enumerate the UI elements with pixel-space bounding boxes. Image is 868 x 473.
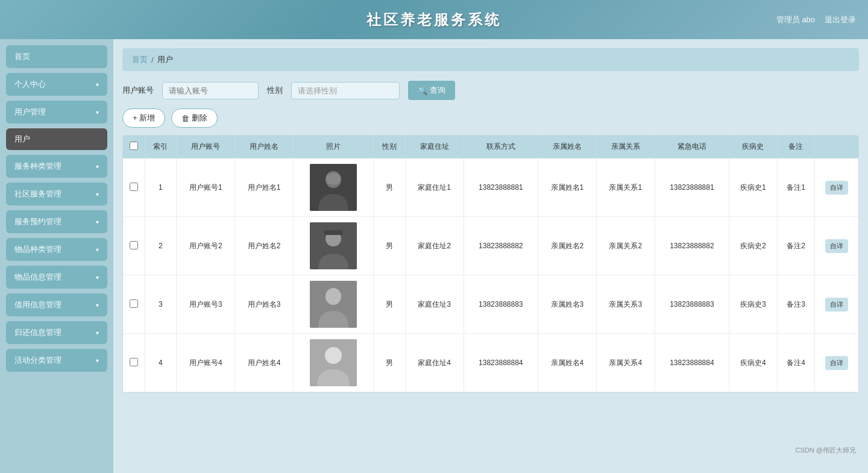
row-action-cell[interactable]: 自详 — [815, 217, 858, 275]
breadcrumb-home[interactable]: 首页 — [132, 54, 148, 65]
row-checkbox[interactable] — [130, 299, 138, 308]
chevron-down-icon: ▾ — [96, 219, 99, 225]
sidebar-item-goods-type[interactable]: 物品种类管理 ▾ — [6, 238, 107, 261]
row-checkbox[interactable] — [130, 358, 138, 366]
col-checkbox — [123, 136, 145, 158]
sidebar-item-personal[interactable]: 个人中心 ▾ — [6, 73, 107, 96]
row-address: 家庭住址4 — [405, 334, 464, 392]
row-address: 家庭住址1 — [405, 158, 464, 217]
account-input[interactable] — [162, 82, 259, 99]
row-account: 用户账号4 — [177, 334, 235, 392]
row-checkbox[interactable] — [130, 183, 138, 191]
col-index: 索引 — [145, 136, 177, 158]
user-table-wrapper: 索引 用户账号 用户姓名 照片 性别 家庭住址 联系方式 亲属姓名 亲属关系 紧… — [122, 135, 859, 393]
row-emergency: 13823888881 — [655, 158, 729, 217]
sidebar-item-goods-info[interactable]: 物品信息管理 ▾ — [6, 266, 107, 289]
select-all-checkbox[interactable] — [130, 142, 138, 150]
edit-button[interactable]: 自详 — [825, 298, 848, 312]
row-checkbox[interactable] — [130, 241, 138, 249]
row-name: 用户姓名1 — [235, 158, 294, 217]
table-row: 3 用户账号3 用户姓名3 男 家庭住址3 13823888883 亲属姓名3 … — [123, 275, 858, 334]
chevron-down-icon: ▾ — [96, 302, 99, 309]
gender-filter-label: 性别 — [267, 85, 283, 96]
edit-button[interactable]: 自详 — [825, 356, 848, 370]
watermark: CSDN @伟匠大师兄 — [796, 446, 856, 455]
logout-button[interactable]: 退出登录 — [825, 14, 856, 25]
row-emergency: 13823888883 — [655, 275, 729, 334]
row-checkbox-cell[interactable] — [123, 334, 145, 392]
svg-rect-5 — [324, 230, 343, 235]
row-disease: 疾病史4 — [729, 334, 778, 392]
main-layout: 首页 个人中心 ▾ 用户管理 ▾ 用户 服务种类管理 ▾ 社区服务管理 ▾ 服务… — [0, 39, 868, 473]
gender-select[interactable]: 请选择性别 男 女 — [291, 82, 400, 99]
row-phone: 13823888881 — [464, 158, 538, 217]
sidebar: 首页 个人中心 ▾ 用户管理 ▾ 用户 服务种类管理 ▾ 社区服务管理 ▾ 服务… — [0, 39, 113, 473]
row-disease: 疾病史2 — [729, 217, 778, 275]
sidebar-item-home[interactable]: 首页 — [6, 45, 107, 68]
sidebar-subitem-user[interactable]: 用户 — [6, 128, 107, 150]
breadcrumb-current: 用户 — [157, 54, 173, 65]
row-account: 用户账号2 — [177, 217, 235, 275]
header: 社区养老服务系统 管理员 abo 退出登录 — [0, 0, 868, 39]
row-remark: 备注3 — [777, 275, 814, 334]
edit-button[interactable]: 自详 — [825, 181, 848, 195]
row-name: 用户姓名3 — [235, 275, 294, 334]
chevron-down-icon: ▾ — [96, 357, 99, 364]
edit-button[interactable]: 自详 — [825, 239, 848, 253]
row-checkbox-cell[interactable] — [123, 275, 145, 334]
row-remark: 备注1 — [777, 158, 814, 217]
table-row: 2 用户账号2 用户姓名2 男 家庭住址2 13823888882 亲属姓名2 … — [123, 217, 858, 275]
sidebar-item-community-service[interactable]: 社区服务管理 ▾ — [6, 183, 107, 205]
col-action — [815, 136, 858, 158]
action-bar: + 新增 🗑 删除 — [122, 108, 859, 128]
col-photo: 照片 — [293, 136, 373, 158]
row-checkbox-cell[interactable] — [123, 217, 145, 275]
chevron-down-icon: ▾ — [96, 330, 99, 336]
svg-point-2 — [326, 173, 341, 185]
col-phone: 联系方式 — [464, 136, 538, 158]
admin-label: 管理员 abo — [776, 14, 815, 25]
row-name: 用户姓名4 — [235, 334, 294, 392]
row-action-cell[interactable]: 自详 — [815, 275, 858, 334]
row-address: 家庭住址3 — [405, 275, 464, 334]
sidebar-item-user-mgmt[interactable]: 用户管理 ▾ — [6, 101, 107, 124]
delete-button[interactable]: 🗑 删除 — [171, 108, 218, 128]
header-user-area: 管理员 abo 退出登录 — [776, 14, 856, 25]
filter-bar: 用户账号 性别 请选择性别 男 女 🔍 查询 — [122, 81, 859, 100]
row-remark: 备注4 — [777, 334, 814, 392]
chevron-down-icon: ▾ — [96, 274, 99, 281]
row-address: 家庭住址2 — [405, 217, 464, 275]
sidebar-item-service-booking[interactable]: 服务预约管理 ▾ — [6, 210, 107, 233]
table-row: 4 用户账号4 用户姓名4 男 家庭住址4 13823888884 亲属姓名4 … — [123, 334, 858, 392]
col-address: 家庭住址 — [405, 136, 464, 158]
col-remark: 备注 — [777, 136, 814, 158]
sidebar-item-activity-type[interactable]: 活动分类管理 ▾ — [6, 349, 107, 372]
add-button[interactable]: + 新增 — [122, 108, 165, 128]
row-kin-relation: 亲属关系4 — [596, 334, 655, 392]
row-action-cell[interactable]: 自详 — [815, 334, 858, 392]
main-content: 首页 / 用户 用户账号 性别 请选择性别 男 女 🔍 查询 + 新增 — [113, 39, 868, 473]
row-gender: 男 — [373, 158, 405, 217]
row-checkbox-cell[interactable] — [123, 158, 145, 217]
sidebar-item-borrow-info[interactable]: 借用信息管理 ▾ — [6, 293, 107, 316]
row-action-cell[interactable]: 自详 — [815, 158, 858, 217]
row-photo — [293, 158, 373, 217]
row-index: 1 — [145, 158, 177, 217]
chevron-down-icon: ▾ — [96, 163, 99, 170]
chevron-down-icon: ▾ — [96, 191, 99, 198]
row-kin-relation: 亲属关系2 — [596, 217, 655, 275]
row-kin-name: 亲属姓名2 — [538, 217, 597, 275]
app-title: 社区养老服务系统 — [366, 10, 502, 30]
sidebar-item-return-info[interactable]: 归还信息管理 ▾ — [6, 321, 107, 344]
row-account: 用户账号1 — [177, 158, 235, 217]
svg-point-7 — [326, 288, 341, 305]
query-button[interactable]: 🔍 查询 — [408, 81, 455, 100]
col-kin-name: 亲属姓名 — [538, 136, 597, 158]
sidebar-item-service-type[interactable]: 服务种类管理 ▾ — [6, 155, 107, 178]
row-gender: 男 — [373, 275, 405, 334]
row-emergency: 13823888882 — [655, 217, 729, 275]
row-remark: 备注2 — [777, 217, 814, 275]
chevron-down-icon: ▾ — [96, 81, 99, 88]
row-phone: 13823888883 — [464, 275, 538, 334]
row-index: 4 — [145, 334, 177, 392]
